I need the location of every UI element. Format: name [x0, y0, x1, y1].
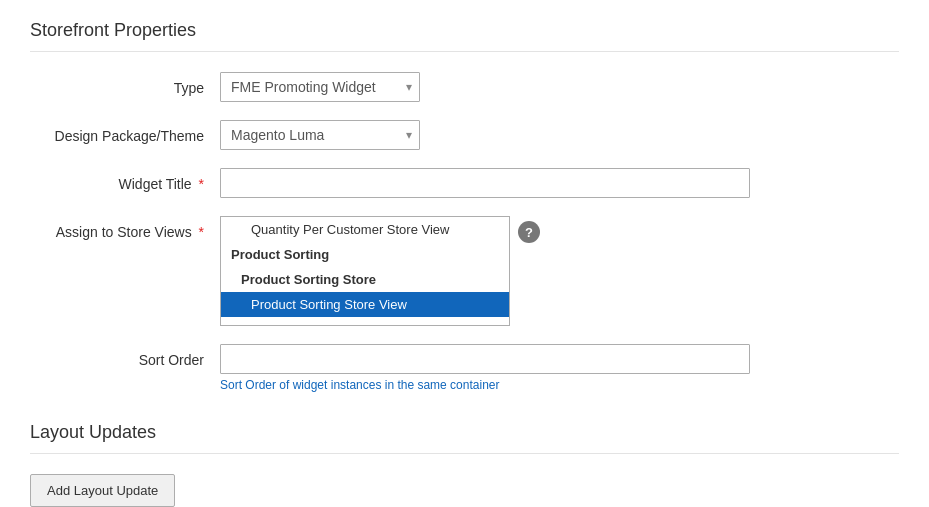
type-label: Type [30, 72, 220, 99]
list-item[interactable]: Product Sorting [221, 242, 509, 267]
sort-order-row: Sort Order Sort Order of widget instance… [30, 344, 899, 392]
type-control: FME Promoting Widget ▾ [220, 72, 899, 102]
sort-order-control: Sort Order of widget instances in the sa… [220, 344, 899, 392]
page-wrapper: Storefront Properties Type FME Promoting… [0, 0, 929, 507]
store-views-listbox[interactable]: Quantity Per Customer Store View Product… [220, 216, 510, 326]
list-item[interactable]: Product Sorting Store [221, 267, 509, 292]
store-views-required-star: * [199, 224, 204, 240]
list-item-selected[interactable]: Product Sorting Store View [221, 292, 509, 317]
type-select[interactable]: FME Promoting Widget [220, 72, 420, 102]
store-views-control: Quantity Per Customer Store View Product… [220, 216, 899, 326]
layout-updates-section: Layout Updates Add Layout Update [30, 422, 899, 507]
design-package-control: Magento Luma ▾ [220, 120, 899, 150]
sort-order-input[interactable] [220, 344, 750, 374]
add-layout-update-button[interactable]: Add Layout Update [30, 474, 175, 507]
widget-title-row: Widget Title * [30, 168, 899, 198]
storefront-section: Storefront Properties Type FME Promoting… [30, 20, 899, 392]
store-views-listbox-container: Quantity Per Customer Store View Product… [220, 216, 510, 326]
store-views-label: Assign to Store Views * [30, 216, 220, 243]
help-icon[interactable]: ? [518, 221, 540, 243]
widget-title-label: Widget Title * [30, 168, 220, 195]
widget-title-input[interactable] [220, 168, 750, 198]
required-star: * [199, 176, 204, 192]
storefront-title: Storefront Properties [30, 20, 899, 52]
sort-order-hint: Sort Order of widget instances in the sa… [220, 378, 750, 392]
list-item[interactable]: Quantity Per Customer Store View [221, 217, 509, 242]
sort-order-label: Sort Order [30, 344, 220, 371]
store-views-row: Assign to Store Views * Quantity Per Cus… [30, 216, 899, 326]
type-row: Type FME Promoting Widget ▾ [30, 72, 899, 102]
design-package-select[interactable]: Magento Luma [220, 120, 420, 150]
sort-order-input-group: Sort Order of widget instances in the sa… [220, 344, 750, 392]
design-package-select-wrapper: Magento Luma ▾ [220, 120, 420, 150]
design-package-row: Design Package/Theme Magento Luma ▾ [30, 120, 899, 150]
type-select-wrapper: FME Promoting Widget ▾ [220, 72, 420, 102]
widget-title-control [220, 168, 899, 198]
design-package-label: Design Package/Theme [30, 120, 220, 147]
layout-updates-title: Layout Updates [30, 422, 899, 454]
